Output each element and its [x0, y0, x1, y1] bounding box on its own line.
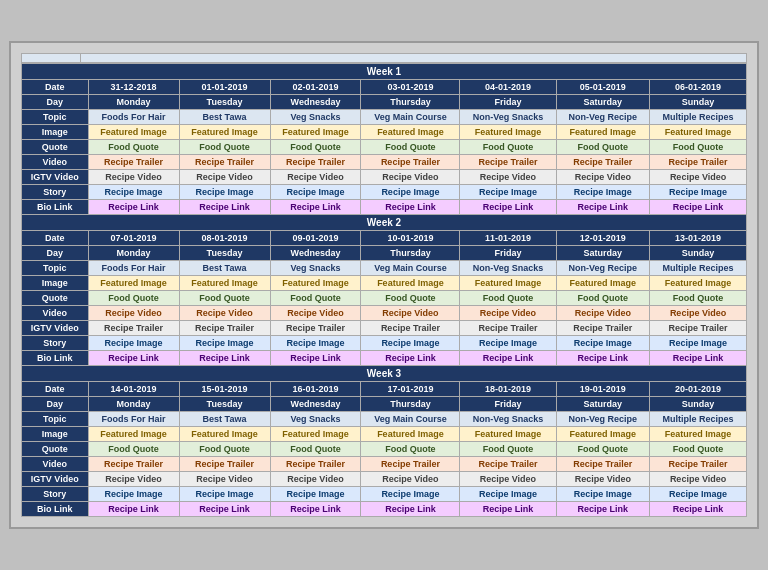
biolink-cell: Recipe Link: [650, 502, 747, 517]
biolink-cell: Recipe Link: [179, 351, 270, 366]
image-cell: Featured Image: [460, 125, 556, 140]
image-cell: Featured Image: [460, 427, 556, 442]
topic-cell: Foods For Hair: [88, 110, 179, 125]
quote-cell: Food Quote: [556, 442, 650, 457]
topic-cell: Non-Veg Snacks: [460, 412, 556, 427]
igtv-cell: Recipe Trailer: [650, 321, 747, 336]
biolink-cell: Recipe Link: [361, 502, 460, 517]
day-cell: Friday: [460, 246, 556, 261]
label-day: Day: [22, 397, 89, 412]
image-cell: Featured Image: [270, 125, 361, 140]
topic-cell: Veg Snacks: [270, 412, 361, 427]
biolink-cell: Recipe Link: [650, 200, 747, 215]
image-cell: Featured Image: [361, 125, 460, 140]
biolink-cell: Recipe Link: [556, 502, 650, 517]
day-cell: Saturday: [556, 246, 650, 261]
label-igtv: IGTV Video: [22, 170, 89, 185]
video-cell: Recipe Trailer: [556, 155, 650, 170]
calendar-container: Week 1Date31-12-201801-01-201902-01-2019…: [9, 41, 759, 529]
video-cell: Recipe Video: [556, 306, 650, 321]
story-cell: Recipe Image: [270, 185, 361, 200]
biolink-cell: Recipe Link: [556, 351, 650, 366]
topic-cell: Veg Snacks: [270, 261, 361, 276]
image-cell: Featured Image: [270, 276, 361, 291]
date-cell: 11-01-2019: [460, 231, 556, 246]
label-image: Image: [22, 427, 89, 442]
igtv-cell: Recipe Video: [460, 170, 556, 185]
story-cell: Recipe Image: [88, 487, 179, 502]
topic-cell: Best Tawa: [179, 110, 270, 125]
story-cell: Recipe Image: [270, 487, 361, 502]
day-cell: Friday: [460, 95, 556, 110]
date-cell: 17-01-2019: [361, 382, 460, 397]
story-cell: Recipe Image: [650, 487, 747, 502]
story-cell: Recipe Image: [650, 336, 747, 351]
quote-cell: Food Quote: [88, 442, 179, 457]
igtv-cell: Recipe Video: [556, 472, 650, 487]
story-cell: Recipe Image: [179, 185, 270, 200]
quote-cell: Food Quote: [650, 140, 747, 155]
video-cell: Recipe Trailer: [88, 155, 179, 170]
igtv-cell: Recipe Video: [88, 472, 179, 487]
image-cell: Featured Image: [88, 125, 179, 140]
label-story: Story: [22, 185, 89, 200]
biolink-cell: Recipe Link: [270, 502, 361, 517]
quote-cell: Food Quote: [179, 442, 270, 457]
biolink-cell: Recipe Link: [556, 200, 650, 215]
label-story: Story: [22, 487, 89, 502]
date-cell: 19-01-2019: [556, 382, 650, 397]
biolink-cell: Recipe Link: [88, 351, 179, 366]
calendar-table: Week 1Date31-12-201801-01-201902-01-2019…: [21, 63, 747, 517]
story-cell: Recipe Image: [88, 336, 179, 351]
label-story: Story: [22, 336, 89, 351]
topic-cell: Non-Veg Recipe: [556, 412, 650, 427]
date-cell: 08-01-2019: [179, 231, 270, 246]
igtv-cell: Recipe Video: [361, 472, 460, 487]
quote-cell: Food Quote: [361, 140, 460, 155]
video-cell: Recipe Video: [179, 306, 270, 321]
video-cell: Recipe Trailer: [88, 457, 179, 472]
date-cell: 31-12-2018: [88, 80, 179, 95]
quote-cell: Food Quote: [88, 140, 179, 155]
label-date: Date: [22, 231, 89, 246]
day-cell: Monday: [88, 95, 179, 110]
date-cell: 04-01-2019: [460, 80, 556, 95]
story-cell: Recipe Image: [179, 487, 270, 502]
image-cell: Featured Image: [270, 427, 361, 442]
day-cell: Monday: [88, 246, 179, 261]
week-header-1: Week 1: [22, 64, 747, 80]
image-cell: Featured Image: [556, 276, 650, 291]
date-cell: 05-01-2019: [556, 80, 650, 95]
week-header-3: Week 3: [22, 366, 747, 382]
date-cell: 07-01-2019: [88, 231, 179, 246]
igtv-cell: Recipe Video: [650, 472, 747, 487]
quote-cell: Food Quote: [650, 442, 747, 457]
topic-cell: Veg Snacks: [270, 110, 361, 125]
igtv-cell: Recipe Trailer: [270, 321, 361, 336]
topic-cell: Best Tawa: [179, 261, 270, 276]
image-cell: Featured Image: [556, 427, 650, 442]
date-cell: 01-01-2019: [179, 80, 270, 95]
label-topic: Topic: [22, 412, 89, 427]
quote-cell: Food Quote: [650, 291, 747, 306]
igtv-cell: Recipe Video: [270, 472, 361, 487]
quote-cell: Food Quote: [556, 140, 650, 155]
label-topic: Topic: [22, 261, 89, 276]
story-cell: Recipe Image: [556, 336, 650, 351]
story-cell: Recipe Image: [179, 336, 270, 351]
video-cell: Recipe Trailer: [270, 457, 361, 472]
topic-cell: Veg Main Course: [361, 261, 460, 276]
biolink-cell: Recipe Link: [460, 200, 556, 215]
story-cell: Recipe Image: [556, 185, 650, 200]
label-biolink: Bio Link: [22, 351, 89, 366]
date-cell: 16-01-2019: [270, 382, 361, 397]
topic-cell: Multiple Recipes: [650, 261, 747, 276]
date-cell: 12-01-2019: [556, 231, 650, 246]
label-video: Video: [22, 306, 89, 321]
biolink-cell: Recipe Link: [361, 200, 460, 215]
day-cell: Thursday: [361, 246, 460, 261]
image-cell: Featured Image: [179, 427, 270, 442]
video-cell: Recipe Trailer: [460, 457, 556, 472]
quote-cell: Food Quote: [361, 442, 460, 457]
day-cell: Saturday: [556, 397, 650, 412]
